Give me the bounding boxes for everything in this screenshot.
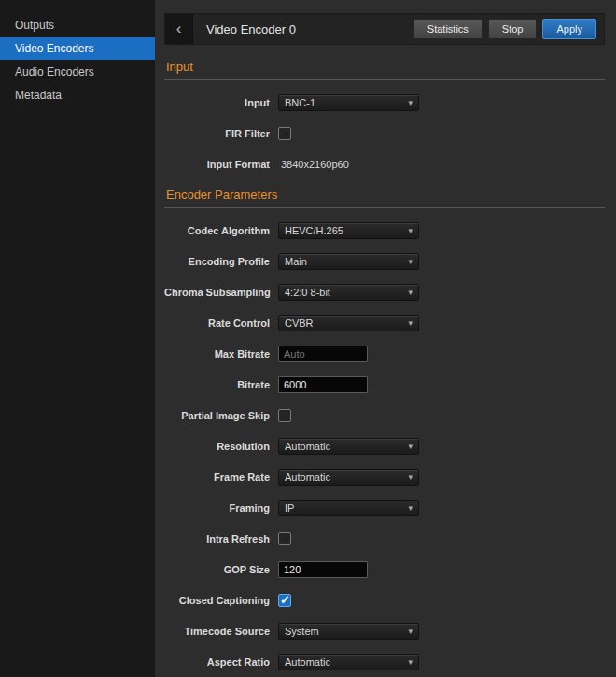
sidebar-item-video-encoders[interactable]: Video Encoders bbox=[0, 37, 155, 60]
field-row-resolution: ResolutionAutomatic▾ bbox=[164, 438, 605, 455]
aspect-ratio-select[interactable]: Automatic▾ bbox=[278, 654, 419, 670]
field-row-partial-image-skip: Partial Image Skip bbox=[164, 407, 605, 424]
field-label-bitrate: Bitrate bbox=[164, 379, 278, 390]
chevron-down-icon: ▾ bbox=[408, 472, 413, 482]
field-label-input-format: Input Format bbox=[164, 159, 278, 170]
input-select[interactable]: BNC-1▾ bbox=[278, 94, 419, 111]
chevron-down-icon: ▾ bbox=[408, 226, 413, 235]
page-title: Video Encoder 0 bbox=[193, 14, 413, 44]
codec-algorithm-select[interactable]: HEVC/H.265▾ bbox=[278, 222, 419, 239]
intra-refresh-checkbox[interactable] bbox=[278, 532, 291, 545]
bitrate-input[interactable] bbox=[278, 376, 368, 393]
resolution-select[interactable]: Automatic▾ bbox=[278, 438, 419, 455]
field-row-aspect-ratio: Aspect RatioAutomatic▾ bbox=[164, 654, 605, 670]
field-label-partial-image-skip: Partial Image Skip bbox=[164, 410, 278, 421]
field-row-fir-filter: FIR Filter bbox=[164, 125, 605, 142]
main-panel: ‹ Video Encoder 0 StatisticsStopApply In… bbox=[155, 0, 616, 677]
field-label-rate-control: Rate Control bbox=[164, 317, 278, 329]
field-label-resolution: Resolution bbox=[164, 441, 278, 452]
field-label-codec-algorithm: Codec Algorithm bbox=[164, 225, 278, 236]
field-label-framing: Framing bbox=[164, 502, 278, 514]
select-value: IP bbox=[285, 502, 404, 514]
select-value: HEVC/H.265 bbox=[285, 225, 404, 236]
field-row-frame-rate: Frame RateAutomatic▾ bbox=[164, 469, 605, 486]
select-value: CVBR bbox=[285, 317, 404, 329]
field-row-timecode-source: Timecode SourceSystem▾ bbox=[164, 623, 605, 640]
sidebar-item-outputs[interactable]: Outputs bbox=[0, 14, 155, 36]
field-label-intra-refresh: Intra Refresh bbox=[164, 533, 278, 544]
statistics-button[interactable]: Statistics bbox=[413, 19, 483, 39]
field-row-closed-captioning: Closed Captioning bbox=[164, 592, 605, 609]
field-row-intra-refresh: Intra Refresh bbox=[164, 530, 605, 547]
sidebar-item-audio-encoders[interactable]: Audio Encoders bbox=[0, 61, 155, 83]
chroma-subsampling-select[interactable]: 4:2:0 8-bit▾ bbox=[278, 284, 419, 301]
chevron-down-icon: ▾ bbox=[408, 627, 413, 636]
select-value: Automatic bbox=[285, 472, 404, 483]
partial-image-skip-checkbox[interactable] bbox=[278, 409, 291, 422]
gop-size-input[interactable] bbox=[278, 561, 368, 578]
header-bar: ‹ Video Encoder 0 StatisticsStopApply bbox=[164, 13, 605, 45]
chevron-down-icon: ▾ bbox=[408, 657, 413, 667]
sidebar: OutputsVideo EncodersAudio EncodersMetad… bbox=[0, 0, 155, 677]
field-row-encoding-profile: Encoding ProfileMain▾ bbox=[164, 253, 605, 270]
input-format-value: 3840x2160p60 bbox=[278, 159, 349, 170]
field-label-gop-size: GOP Size bbox=[164, 564, 278, 575]
select-value: System bbox=[285, 626, 404, 637]
encoding-profile-select[interactable]: Main▾ bbox=[278, 253, 419, 270]
select-value: Automatic bbox=[285, 441, 404, 452]
field-row-codec-algorithm: Codec AlgorithmHEVC/H.265▾ bbox=[164, 222, 605, 239]
fir-filter-checkbox[interactable] bbox=[278, 127, 291, 140]
field-row-input: InputBNC-1▾ bbox=[164, 94, 605, 111]
select-value: 4:2:0 8-bit bbox=[285, 287, 404, 298]
chevron-down-icon: ▾ bbox=[408, 503, 413, 513]
select-value: Main bbox=[285, 256, 404, 267]
field-row-chroma-subsampling: Chroma Subsampling4:2:0 8-bit▾ bbox=[164, 284, 605, 301]
framing-select[interactable]: IP▾ bbox=[278, 500, 419, 516]
field-label-aspect-ratio: Aspect Ratio bbox=[164, 656, 278, 668]
field-row-max-bitrate: Max Bitrate bbox=[164, 346, 605, 362]
field-label-closed-captioning: Closed Captioning bbox=[164, 595, 278, 606]
select-value: BNC-1 bbox=[285, 97, 404, 108]
field-row-rate-control: Rate ControlCVBR▾ bbox=[164, 315, 605, 331]
field-row-gop-size: GOP Size bbox=[164, 561, 605, 578]
field-label-encoding-profile: Encoding Profile bbox=[164, 256, 278, 267]
field-label-timecode-source: Timecode Source bbox=[164, 626, 278, 637]
section-divider bbox=[164, 207, 605, 208]
field-row-bitrate: Bitrate bbox=[164, 376, 605, 393]
section-title-input: Input bbox=[166, 60, 605, 74]
field-row-input-format: Input Format3840x2160p60 bbox=[164, 156, 605, 173]
chevron-down-icon: ▾ bbox=[408, 318, 413, 328]
back-chevron-icon: ‹ bbox=[176, 20, 182, 38]
field-label-chroma-subsampling: Chroma Subsampling bbox=[164, 287, 278, 298]
apply-button[interactable]: Apply bbox=[542, 19, 596, 39]
form-sections: InputInputBNC-1▾FIR FilterInput Format38… bbox=[164, 60, 605, 670]
chevron-down-icon: ▾ bbox=[408, 288, 413, 297]
chevron-down-icon: ▾ bbox=[408, 442, 413, 451]
closed-captioning-checkbox[interactable] bbox=[278, 594, 291, 607]
header-buttons: StatisticsStopApply bbox=[413, 14, 604, 44]
field-label-max-bitrate: Max Bitrate bbox=[164, 348, 278, 360]
field-row-framing: FramingIP▾ bbox=[164, 500, 605, 516]
sidebar-nav: OutputsVideo EncodersAudio EncodersMetad… bbox=[0, 14, 155, 106]
section-title-encoder-parameters: Encoder Parameters bbox=[166, 188, 605, 202]
rate-control-select[interactable]: CVBR▾ bbox=[278, 315, 419, 331]
app-window: OutputsVideo EncodersAudio EncodersMetad… bbox=[0, 0, 616, 677]
sidebar-item-metadata[interactable]: Metadata bbox=[0, 84, 155, 106]
back-button[interactable]: ‹ bbox=[165, 14, 193, 44]
chevron-down-icon: ▾ bbox=[408, 257, 413, 266]
select-value: Automatic bbox=[285, 656, 404, 668]
timecode-source-select[interactable]: System▾ bbox=[278, 623, 419, 640]
stop-button[interactable]: Stop bbox=[488, 19, 538, 39]
chevron-down-icon: ▾ bbox=[408, 98, 413, 107]
field-label-frame-rate: Frame Rate bbox=[164, 472, 278, 483]
max-bitrate-input[interactable] bbox=[278, 346, 368, 362]
field-label-fir-filter: FIR Filter bbox=[164, 128, 278, 139]
field-label-input: Input bbox=[164, 97, 278, 108]
frame-rate-select[interactable]: Automatic▾ bbox=[278, 469, 419, 486]
section-divider bbox=[164, 79, 605, 80]
